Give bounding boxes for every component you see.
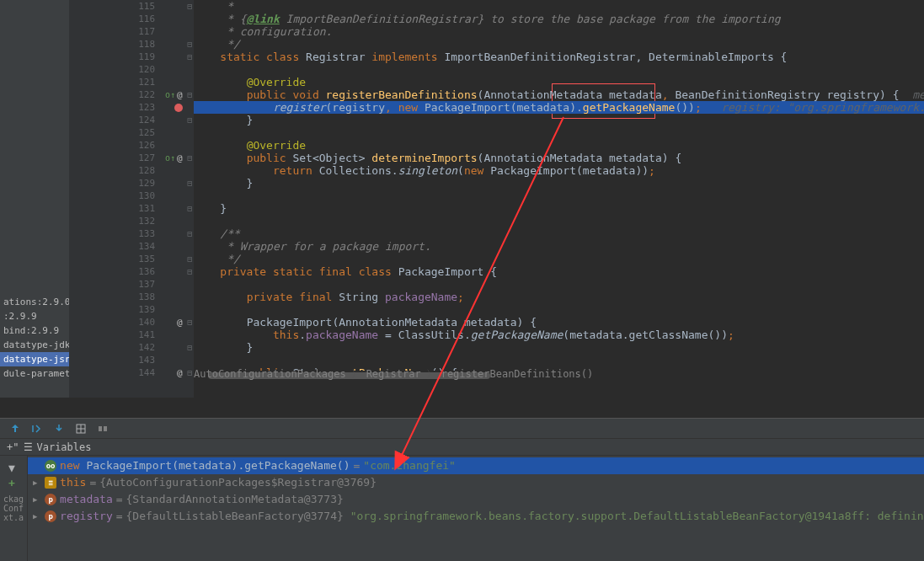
gutter-line[interactable]: 130: [69, 190, 194, 202]
fold-icon[interactable]: ⊟: [186, 152, 194, 164]
fold-icon[interactable]: ⊟: [186, 0, 194, 13]
code-line[interactable]: [194, 190, 924, 202]
gutter-line[interactable]: 125: [69, 126, 194, 139]
code-editor[interactable]: 115⊟116117118⊟119⊟120121122o↑@⊟123124⊟12…: [69, 0, 924, 398]
gutter-line[interactable]: 139: [69, 303, 194, 316]
code-line[interactable]: [194, 126, 924, 139]
fold-icon[interactable]: ⊟: [186, 366, 194, 379]
breadcrumb-item[interactable]: registerBeanDefinitions(): [441, 364, 594, 384]
code-line[interactable]: /**: [194, 227, 924, 240]
code-line[interactable]: private final String packageName;: [194, 291, 924, 303]
fold-icon[interactable]: ⊟: [186, 114, 194, 126]
gutter-line[interactable]: 131⊟: [69, 202, 194, 215]
gutter-line[interactable]: 117: [69, 25, 194, 38]
fold-icon[interactable]: ⊟: [186, 51, 194, 63]
upload-icon[interactable]: [8, 422, 22, 435]
debug-frame-item[interactable]: Conf: [3, 504, 24, 513]
list-icon[interactable]: ☰: [24, 441, 31, 453]
gutter-line[interactable]: 140@⊟: [69, 316, 194, 329]
code-line[interactable]: }: [194, 202, 924, 215]
code-area[interactable]: * * {@link ImportBeanDefinitionRegistrar…: [194, 0, 924, 371]
variable-row[interactable]: ▶pmetadata = {StandardAnnotationMetadata…: [28, 491, 924, 508]
code-line[interactable]: }: [194, 114, 924, 126]
code-line[interactable]: @Override: [194, 76, 924, 88]
code-line[interactable]: * Wrapper for a package import.: [194, 240, 924, 253]
gutter-line[interactable]: 144@⊟: [69, 366, 194, 379]
gutter-line[interactable]: 138: [69, 291, 194, 303]
gutter-line[interactable]: 142⊟: [69, 341, 194, 354]
fold-icon[interactable]: ⊟: [186, 341, 194, 354]
variable-row[interactable]: oonew PackageImport(metadata).getPackage…: [28, 457, 924, 474]
project-tree-item[interactable]: dule-parameters: [0, 366, 69, 381]
breakpoint-icon[interactable]: [174, 104, 183, 112]
fold-icon[interactable]: ⊟: [186, 177, 194, 190]
override-icon[interactable]: o↑: [165, 88, 175, 101]
code-line[interactable]: PackageImport(AnnotationMetadata metadat…: [194, 316, 924, 329]
gutter-line[interactable]: 123: [69, 101, 194, 114]
gutter-line[interactable]: 136⊟: [69, 265, 194, 278]
gutter-line[interactable]: 143: [69, 354, 194, 366]
code-line[interactable]: static class Registrar implements Import…: [194, 51, 924, 63]
project-tree-item[interactable]: datatype-jdk8: [0, 338, 69, 352]
code-line[interactable]: * {@link ImportBeanDefinitionRegistrar} …: [194, 13, 924, 25]
gutter-line[interactable]: 121: [69, 76, 194, 88]
gutter-line[interactable]: 115⊟: [69, 0, 194, 13]
variables-tree[interactable]: oonew PackageImport(metadata).getPackage…: [28, 456, 924, 561]
gutter-line[interactable]: 135⊟: [69, 253, 194, 265]
code-line[interactable]: }: [194, 341, 924, 354]
code-line[interactable]: [194, 215, 924, 227]
code-line[interactable]: public Set<Object> determineImports(Anno…: [194, 152, 924, 164]
fold-icon[interactable]: ⊟: [186, 227, 194, 240]
debug-panel[interactable]: +" ☰ Variables ▼ + ckagConfxt.a oonew Pa…: [0, 418, 924, 561]
gutter-line[interactable]: 119⊟: [69, 51, 194, 63]
code-line[interactable]: */: [194, 253, 924, 265]
code-line[interactable]: register(registry, new PackageImport(met…: [194, 101, 924, 114]
fold-icon[interactable]: ⊟: [186, 38, 194, 51]
gutter-line[interactable]: 132: [69, 215, 194, 227]
editor-gutter[interactable]: 115⊟116117118⊟119⊟120121122o↑@⊟123124⊟12…: [69, 0, 194, 398]
project-tree-item[interactable]: ations:2.9.0: [0, 295, 69, 309]
code-line[interactable]: [194, 63, 924, 76]
code-line[interactable]: [194, 303, 924, 316]
gutter-line[interactable]: 128: [69, 164, 194, 177]
project-tree-item[interactable]: datatype-jsr3: [0, 352, 69, 366]
expand-icon[interactable]: ▶: [33, 508, 41, 525]
breadcrumb-item[interactable]: Registrar: [366, 364, 421, 384]
gutter-line[interactable]: 122o↑@⊟: [69, 88, 194, 101]
breadcrumb[interactable]: AutoConfigurationPackages〉Registrar〉regi…: [194, 364, 593, 384]
project-tree-item[interactable]: bind:2.9.9: [0, 323, 69, 338]
gutter-line[interactable]: 124⊟: [69, 114, 194, 126]
gutter-line[interactable]: 137: [69, 278, 194, 291]
code-line[interactable]: public void registerBeanDefinitions(Anno…: [194, 88, 924, 101]
gutter-line[interactable]: 116: [69, 13, 194, 25]
filter-icon[interactable]: ▼: [8, 462, 19, 474]
gutter-line[interactable]: 141: [69, 329, 194, 341]
breadcrumb-item[interactable]: AutoConfigurationPackages: [194, 364, 346, 384]
code-line[interactable]: [194, 278, 924, 291]
gutter-line[interactable]: 126: [69, 139, 194, 152]
step-into-icon[interactable]: [52, 422, 66, 435]
fold-icon[interactable]: ⊟: [186, 253, 194, 265]
debug-frame-item[interactable]: xt.a: [3, 513, 24, 522]
table-icon[interactable]: [74, 422, 88, 435]
code-line[interactable]: private static final class PackageImport…: [194, 265, 924, 278]
gutter-line[interactable]: 127o↑@⊟: [69, 152, 194, 164]
override-icon[interactable]: o↑: [165, 152, 175, 164]
code-line[interactable]: * configuration.: [194, 25, 924, 38]
step-icon[interactable]: [30, 422, 44, 435]
expand-icon[interactable]: ▶: [33, 474, 41, 491]
gutter-line[interactable]: 120: [69, 63, 194, 76]
add-icon[interactable]: +: [8, 477, 19, 489]
variable-row[interactable]: ▶≡this = {AutoConfigurationPackages$Regi…: [28, 474, 924, 491]
fold-icon[interactable]: ⊟: [186, 316, 194, 329]
fold-icon[interactable]: ⊟: [186, 202, 194, 215]
debug-frame-item[interactable]: ckag: [3, 494, 24, 504]
code-line[interactable]: @Override: [194, 139, 924, 152]
mute-icon[interactable]: [96, 422, 109, 435]
variable-row[interactable]: ▶pregistry = {DefaultListableBeanFactory…: [28, 508, 924, 525]
code-line[interactable]: }: [194, 177, 924, 190]
fold-icon[interactable]: ⊟: [186, 88, 194, 101]
new-watch-icon[interactable]: +": [7, 441, 19, 453]
expand-icon[interactable]: ▶: [33, 491, 41, 508]
gutter-line[interactable]: 133⊟: [69, 227, 194, 240]
